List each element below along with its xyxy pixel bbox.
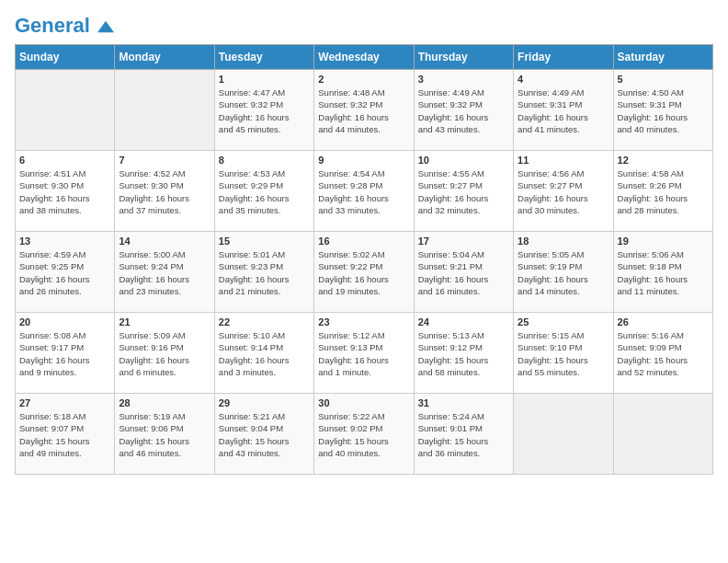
week-row-1: 1Sunrise: 4:47 AM Sunset: 9:32 PM Daylig… — [16, 70, 713, 151]
header-tuesday: Tuesday — [214, 45, 313, 70]
logo-icon — [97, 20, 114, 33]
day-number: 8 — [219, 155, 310, 166]
calendar-table: SundayMondayTuesdayWednesdayThursdayFrid… — [15, 44, 713, 475]
day-number: 2 — [318, 74, 409, 85]
day-number: 16 — [318, 236, 409, 247]
calendar-cell: 10Sunrise: 4:55 AM Sunset: 9:27 PM Dayli… — [414, 151, 513, 232]
day-info: Sunrise: 5:04 AM Sunset: 9:21 PM Dayligh… — [418, 248, 509, 297]
calendar-cell: 5Sunrise: 4:50 AM Sunset: 9:31 PM Daylig… — [613, 70, 712, 151]
day-info: Sunrise: 5:21 AM Sunset: 9:04 PM Dayligh… — [219, 410, 310, 459]
header-thursday: Thursday — [414, 45, 513, 70]
day-info: Sunrise: 5:08 AM Sunset: 9:17 PM Dayligh… — [19, 329, 110, 378]
calendar-cell: 31Sunrise: 5:24 AM Sunset: 9:01 PM Dayli… — [414, 394, 513, 475]
day-number: 3 — [418, 74, 509, 85]
day-info: Sunrise: 5:19 AM Sunset: 9:06 PM Dayligh… — [119, 410, 210, 459]
calendar-cell: 3Sunrise: 4:49 AM Sunset: 9:32 PM Daylig… — [414, 70, 513, 151]
day-info: Sunrise: 4:48 AM Sunset: 9:32 PM Dayligh… — [318, 86, 409, 135]
day-info: Sunrise: 5:06 AM Sunset: 9:18 PM Dayligh… — [618, 248, 709, 297]
calendar-cell: 9Sunrise: 4:54 AM Sunset: 9:28 PM Daylig… — [314, 151, 414, 232]
calendar-header: SundayMondayTuesdayWednesdayThursdayFrid… — [16, 45, 713, 70]
calendar-cell: 13Sunrise: 4:59 AM Sunset: 9:25 PM Dayli… — [16, 232, 115, 313]
header-wednesday: Wednesday — [314, 45, 414, 70]
day-number: 11 — [518, 155, 609, 166]
day-info: Sunrise: 4:51 AM Sunset: 9:30 PM Dayligh… — [19, 167, 110, 216]
day-info: Sunrise: 5:12 AM Sunset: 9:13 PM Dayligh… — [318, 329, 409, 378]
day-number: 19 — [618, 236, 709, 247]
day-info: Sunrise: 5:02 AM Sunset: 9:22 PM Dayligh… — [318, 248, 409, 297]
day-info: Sunrise: 4:49 AM Sunset: 9:31 PM Dayligh… — [518, 86, 609, 135]
calendar-cell: 17Sunrise: 5:04 AM Sunset: 9:21 PM Dayli… — [414, 232, 513, 313]
day-number: 24 — [418, 316, 509, 327]
day-info: Sunrise: 5:16 AM Sunset: 9:09 PM Dayligh… — [618, 329, 709, 378]
header-friday: Friday — [514, 45, 613, 70]
calendar-cell: 21Sunrise: 5:09 AM Sunset: 9:16 PM Dayli… — [115, 313, 214, 394]
calendar-cell: 26Sunrise: 5:16 AM Sunset: 9:09 PM Dayli… — [613, 313, 712, 394]
calendar-cell — [613, 394, 712, 475]
day-info: Sunrise: 5:09 AM Sunset: 9:16 PM Dayligh… — [119, 329, 210, 378]
calendar-cell: 16Sunrise: 5:02 AM Sunset: 9:22 PM Dayli… — [314, 232, 414, 313]
week-row-4: 20Sunrise: 5:08 AM Sunset: 9:17 PM Dayli… — [16, 313, 713, 394]
day-number: 9 — [318, 155, 409, 166]
calendar-cell: 27Sunrise: 5:18 AM Sunset: 9:07 PM Dayli… — [16, 394, 115, 475]
calendar-cell: 14Sunrise: 5:00 AM Sunset: 9:24 PM Dayli… — [115, 232, 214, 313]
day-info: Sunrise: 5:18 AM Sunset: 9:07 PM Dayligh… — [19, 410, 110, 459]
day-number: 29 — [219, 397, 310, 408]
day-info: Sunrise: 4:52 AM Sunset: 9:30 PM Dayligh… — [119, 167, 210, 216]
day-info: Sunrise: 5:15 AM Sunset: 9:10 PM Dayligh… — [518, 329, 609, 378]
header-monday: Monday — [115, 45, 214, 70]
week-row-2: 6Sunrise: 4:51 AM Sunset: 9:30 PM Daylig… — [16, 151, 713, 232]
calendar-cell — [115, 70, 214, 151]
calendar-cell: 4Sunrise: 4:49 AM Sunset: 9:31 PM Daylig… — [514, 70, 613, 151]
day-info: Sunrise: 4:47 AM Sunset: 9:32 PM Dayligh… — [219, 86, 310, 135]
day-number: 5 — [618, 74, 709, 85]
header-row: SundayMondayTuesdayWednesdayThursdayFrid… — [16, 45, 713, 70]
calendar-body: 1Sunrise: 4:47 AM Sunset: 9:32 PM Daylig… — [16, 70, 713, 475]
calendar-cell — [514, 394, 613, 475]
day-info: Sunrise: 5:13 AM Sunset: 9:12 PM Dayligh… — [418, 329, 509, 378]
calendar-cell: 1Sunrise: 4:47 AM Sunset: 9:32 PM Daylig… — [214, 70, 313, 151]
calendar-cell: 7Sunrise: 4:52 AM Sunset: 9:30 PM Daylig… — [115, 151, 214, 232]
day-number: 13 — [19, 236, 110, 247]
day-info: Sunrise: 4:53 AM Sunset: 9:29 PM Dayligh… — [219, 167, 310, 216]
calendar-cell: 11Sunrise: 4:56 AM Sunset: 9:27 PM Dayli… — [514, 151, 613, 232]
day-number: 17 — [418, 236, 509, 247]
calendar-cell: 24Sunrise: 5:13 AM Sunset: 9:12 PM Dayli… — [414, 313, 513, 394]
calendar-cell: 22Sunrise: 5:10 AM Sunset: 9:14 PM Dayli… — [214, 313, 313, 394]
calendar-cell — [16, 70, 115, 151]
calendar-cell: 28Sunrise: 5:19 AM Sunset: 9:06 PM Dayli… — [115, 394, 214, 475]
day-number: 14 — [119, 236, 210, 247]
calendar-cell: 20Sunrise: 5:08 AM Sunset: 9:17 PM Dayli… — [16, 313, 115, 394]
day-info: Sunrise: 5:00 AM Sunset: 9:24 PM Dayligh… — [119, 248, 210, 297]
day-number: 28 — [119, 397, 210, 408]
day-info: Sunrise: 4:49 AM Sunset: 9:32 PM Dayligh… — [418, 86, 509, 135]
logo-text: General — [15, 15, 114, 37]
day-info: Sunrise: 4:58 AM Sunset: 9:26 PM Dayligh… — [618, 167, 709, 216]
day-number: 4 — [518, 74, 609, 85]
calendar-cell: 30Sunrise: 5:22 AM Sunset: 9:02 PM Dayli… — [314, 394, 414, 475]
day-number: 30 — [318, 397, 409, 408]
day-number: 31 — [418, 397, 509, 408]
calendar-cell: 29Sunrise: 5:21 AM Sunset: 9:04 PM Dayli… — [214, 394, 313, 475]
logo: General — [15, 15, 114, 33]
svg-marker-0 — [97, 21, 114, 33]
day-info: Sunrise: 5:24 AM Sunset: 9:01 PM Dayligh… — [418, 410, 509, 459]
day-info: Sunrise: 4:54 AM Sunset: 9:28 PM Dayligh… — [318, 167, 409, 216]
day-info: Sunrise: 4:55 AM Sunset: 9:27 PM Dayligh… — [418, 167, 509, 216]
day-number: 6 — [19, 155, 110, 166]
calendar-cell: 6Sunrise: 4:51 AM Sunset: 9:30 PM Daylig… — [16, 151, 115, 232]
day-number: 12 — [618, 155, 709, 166]
day-number: 10 — [418, 155, 509, 166]
day-number: 25 — [518, 316, 609, 327]
day-info: Sunrise: 5:10 AM Sunset: 9:14 PM Dayligh… — [219, 329, 310, 378]
calendar-cell: 18Sunrise: 5:05 AM Sunset: 9:19 PM Dayli… — [514, 232, 613, 313]
calendar-cell: 12Sunrise: 4:58 AM Sunset: 9:26 PM Dayli… — [613, 151, 712, 232]
day-info: Sunrise: 5:01 AM Sunset: 9:23 PM Dayligh… — [219, 248, 310, 297]
calendar-cell: 8Sunrise: 4:53 AM Sunset: 9:29 PM Daylig… — [214, 151, 313, 232]
calendar-cell: 2Sunrise: 4:48 AM Sunset: 9:32 PM Daylig… — [314, 70, 414, 151]
day-info: Sunrise: 4:50 AM Sunset: 9:31 PM Dayligh… — [618, 86, 709, 135]
calendar-cell: 19Sunrise: 5:06 AM Sunset: 9:18 PM Dayli… — [613, 232, 712, 313]
day-number: 21 — [119, 316, 210, 327]
header-sunday: Sunday — [16, 45, 115, 70]
day-info: Sunrise: 5:22 AM Sunset: 9:02 PM Dayligh… — [318, 410, 409, 459]
calendar-cell: 25Sunrise: 5:15 AM Sunset: 9:10 PM Dayli… — [514, 313, 613, 394]
